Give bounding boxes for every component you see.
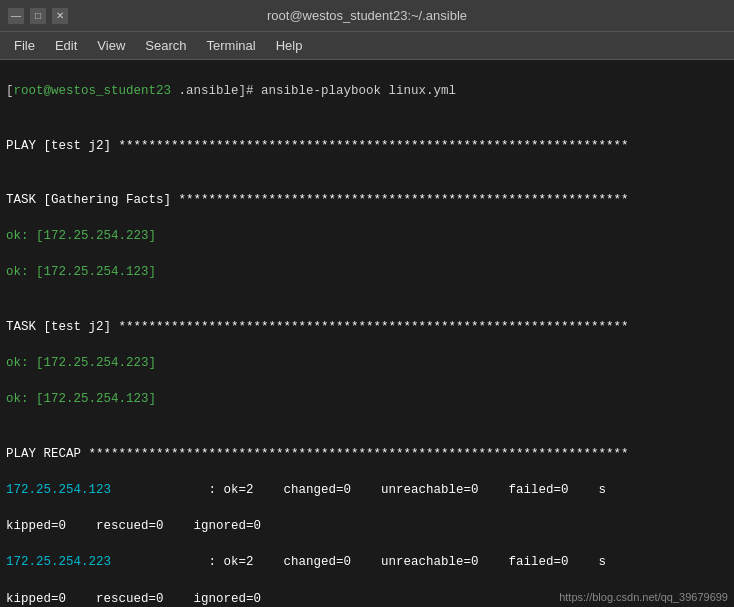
menu-help[interactable]: Help xyxy=(266,34,313,57)
watermark: https://blog.csdn.net/qq_39679699 xyxy=(559,591,728,603)
menu-file[interactable]: File xyxy=(4,34,45,57)
menu-view[interactable]: View xyxy=(87,34,135,57)
menubar: File Edit View Search Terminal Help xyxy=(0,32,734,60)
menu-terminal[interactable]: Terminal xyxy=(197,34,266,57)
maximize-button[interactable]: □ xyxy=(30,8,46,24)
minimize-button[interactable]: — xyxy=(8,8,24,24)
terminal-body[interactable]: [root@westos_student23 .ansible]# ansibl… xyxy=(0,60,734,607)
menu-search[interactable]: Search xyxy=(135,34,196,57)
title-bar: — □ ✕ root@westos_student23:~/.ansible xyxy=(0,0,734,32)
menu-edit[interactable]: Edit xyxy=(45,34,87,57)
window-title: root@westos_student23:~/.ansible xyxy=(68,8,666,23)
close-button[interactable]: ✕ xyxy=(52,8,68,24)
